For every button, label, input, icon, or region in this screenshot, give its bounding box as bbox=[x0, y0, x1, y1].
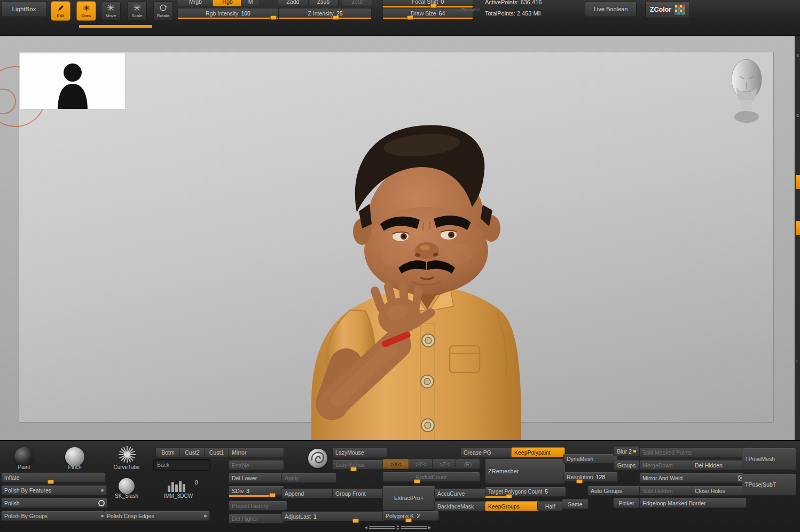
tposemesh-button[interactable]: TPoseMesh bbox=[742, 448, 796, 470]
extractpro-button[interactable]: ExtractPro+ bbox=[382, 486, 435, 510]
slider-knob[interactable] bbox=[48, 480, 54, 484]
stroke-spiral-icon[interactable] bbox=[308, 449, 327, 468]
symmetry-radial-button[interactable]: (R) bbox=[456, 459, 480, 469]
polish-by-groups-button[interactable]: Polish By Groups bbox=[1, 511, 107, 521]
radialcount-slider[interactable]: RadialCount bbox=[382, 472, 480, 482]
symmetry-y-button[interactable]: >Y< bbox=[409, 459, 433, 469]
half-button[interactable]: Half bbox=[537, 501, 563, 511]
scrollbar-track[interactable] bbox=[369, 526, 395, 529]
modifier-dot-icon[interactable] bbox=[204, 514, 207, 517]
sculpt-viewport[interactable] bbox=[0, 35, 795, 440]
modifier-dot-icon[interactable] bbox=[101, 489, 104, 491]
zcolor-button[interactable]: ZColor bbox=[645, 1, 690, 18]
backfacemask-button[interactable]: BackfaceMask bbox=[434, 501, 490, 511]
enable-button[interactable]: Enable bbox=[229, 460, 284, 470]
slider-knob[interactable] bbox=[407, 15, 413, 20]
mrgb-button[interactable]: Mrgb bbox=[177, 0, 214, 6]
slider-knob[interactable] bbox=[430, 4, 437, 8]
blur-slider[interactable]: Blur 2 bbox=[613, 446, 640, 456]
mirror-and-weld-button[interactable]: Mirror And Weld bbox=[639, 473, 747, 483]
paint-brush-icon[interactable] bbox=[14, 447, 34, 466]
accucurve-button[interactable]: AccuCurve bbox=[434, 488, 490, 498]
inflate-slider[interactable]: Inflate bbox=[1, 472, 106, 482]
split-hidden-button[interactable]: Split Hidden bbox=[639, 486, 695, 496]
slider-knob[interactable] bbox=[506, 494, 512, 498]
live-boolean-button[interactable]: Live Boolean bbox=[585, 1, 637, 17]
symmetry-z-button[interactable]: >Z< bbox=[432, 459, 457, 469]
tpose-subt-button[interactable]: TPose|SubT bbox=[742, 473, 796, 496]
modifier-ring-icon[interactable] bbox=[98, 500, 105, 506]
sk-slash-brush-icon[interactable] bbox=[119, 478, 135, 494]
lazyradius-slider[interactable]: LazyRadius bbox=[332, 459, 387, 470]
polish-crisp-edges-button[interactable]: Polish Crisp Edges bbox=[104, 511, 210, 521]
crease-pg-button[interactable]: Crease PG bbox=[460, 447, 516, 457]
draw-button[interactable]: Draw bbox=[76, 1, 96, 21]
scroll-updown-icon[interactable] bbox=[396, 525, 399, 530]
slider-knob[interactable] bbox=[576, 479, 583, 483]
keeppolypaint-button[interactable]: KeepPolypaint bbox=[511, 447, 565, 457]
tray-tab-icon[interactable] bbox=[796, 175, 800, 189]
keepgroups-button[interactable]: KeepGroups bbox=[485, 501, 542, 511]
zcut-button[interactable]: Zcut bbox=[342, 0, 372, 6]
group-front-button[interactable]: Group Front bbox=[332, 488, 387, 498]
cust1-button[interactable]: Cust1 bbox=[204, 447, 229, 457]
mergedown-button[interactable]: MergeDown bbox=[639, 460, 695, 470]
scroll-right-icon[interactable] bbox=[428, 526, 431, 529]
target-polygons-slider[interactable]: Target Polygons Count 5 bbox=[485, 487, 566, 497]
sdiv-slider[interactable]: SDiv 3 bbox=[229, 486, 284, 496]
picker-button[interactable]: Picker bbox=[613, 498, 640, 508]
polish-button[interactable]: Polish bbox=[1, 498, 107, 508]
del-higher-button[interactable]: Del Higher bbox=[229, 513, 284, 523]
lightbox-button[interactable]: LightBox bbox=[1, 1, 47, 17]
zsub-button[interactable]: Zsub bbox=[308, 0, 339, 6]
back-input[interactable]: Back bbox=[153, 459, 210, 471]
m-button[interactable]: M bbox=[241, 0, 260, 6]
del-lower-button[interactable]: Del Lower bbox=[229, 473, 284, 483]
slider-knob[interactable] bbox=[405, 518, 412, 522]
rgb-intensity-slider[interactable]: Rgb Intensity 100 bbox=[177, 8, 279, 18]
scrollbar-track[interactable] bbox=[401, 526, 427, 529]
groups-button[interactable]: Groups bbox=[613, 460, 640, 470]
dynamesh-button[interactable]: DynaMesh bbox=[563, 454, 618, 464]
sculpt-model[interactable] bbox=[0, 35, 795, 440]
draw-size-slider[interactable]: Draw Size 64 bbox=[382, 8, 473, 18]
rotate-button[interactable]: Rotate bbox=[153, 1, 173, 21]
mirror-button[interactable]: Mirror bbox=[229, 447, 284, 457]
tray-tab-icon[interactable] bbox=[796, 221, 800, 235]
scale-button[interactable]: Scale bbox=[127, 1, 147, 21]
adjustlast-slider[interactable]: AdjustLast 1 bbox=[281, 511, 387, 521]
slider-knob[interactable] bbox=[333, 15, 339, 20]
z-intensity-slider[interactable]: Z Intensity 25 bbox=[279, 8, 372, 18]
focal-shift-slider[interactable]: Focal Shift 0 bbox=[382, 0, 473, 6]
scroll-left-icon[interactable] bbox=[365, 526, 367, 529]
slider-knob[interactable] bbox=[269, 493, 276, 497]
right-tray[interactable]: S D L bbox=[795, 35, 800, 440]
slider-knob[interactable] bbox=[414, 479, 420, 483]
append-button[interactable]: Append bbox=[281, 488, 336, 498]
botm-button[interactable]: Botm bbox=[155, 447, 181, 457]
polygons-slider[interactable]: Polygons K 2 bbox=[382, 511, 439, 521]
canvas-scrollbar[interactable] bbox=[365, 525, 431, 530]
lazymouse-button[interactable]: LazyMouse bbox=[332, 447, 387, 457]
pinch-brush-icon[interactable] bbox=[65, 447, 84, 466]
split-masked-points-button[interactable]: Split Masked Points bbox=[639, 447, 747, 457]
edit-button[interactable]: Edit bbox=[51, 1, 70, 21]
slider-knob[interactable] bbox=[270, 15, 277, 20]
close-holes-button[interactable]: Close Holes bbox=[692, 486, 747, 496]
curvetube-brush-icon[interactable] bbox=[119, 446, 136, 463]
zremesher-button[interactable]: ZRemesher bbox=[485, 458, 566, 484]
auto-groups-button[interactable]: Auto Groups bbox=[587, 486, 642, 496]
rgb-button[interactable]: Rgb bbox=[213, 0, 242, 6]
cust2-button[interactable]: Cust2 bbox=[179, 447, 206, 457]
move-button[interactable]: Move bbox=[101, 1, 121, 21]
apply-button[interactable]: Apply bbox=[281, 473, 336, 483]
same-button[interactable]: Same bbox=[562, 499, 589, 509]
resolution-slider[interactable]: Resolution 128 bbox=[563, 472, 618, 482]
del-hidden-button[interactable]: Del Hidden bbox=[692, 460, 747, 470]
slider-knob[interactable] bbox=[352, 519, 359, 523]
zadd-button[interactable]: Zadd bbox=[278, 0, 308, 6]
symmetry-x-button[interactable]: >X< bbox=[382, 459, 410, 469]
project-history-button[interactable]: Project History bbox=[229, 501, 287, 511]
edgeloop-masked-border-button[interactable]: Edgeloop Masked Border bbox=[639, 498, 747, 508]
slider-knob[interactable] bbox=[350, 467, 357, 471]
